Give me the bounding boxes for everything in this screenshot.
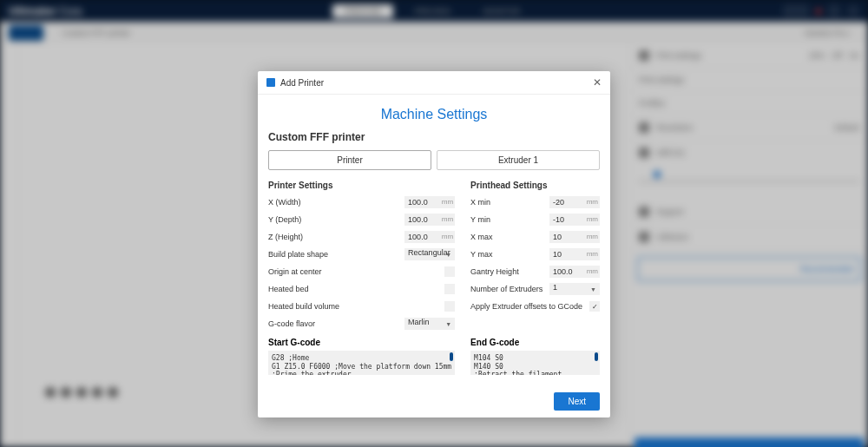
num-extruders-label: Number of Extruders <box>470 285 549 293</box>
build-plate-select[interactable]: Rectangular <box>404 248 455 260</box>
heated-bed-checkbox[interactable] <box>444 284 455 294</box>
unit-mm: mm <box>584 266 600 278</box>
y-max-label: Y max <box>470 250 549 259</box>
scrollbar-thumb[interactable] <box>450 352 453 361</box>
dialog-title: Add Printer <box>280 78 593 88</box>
unit-mm: mm <box>584 248 600 260</box>
x-min-label: X min <box>470 198 549 207</box>
heated-bed-label: Heated bed <box>268 285 444 293</box>
unit-mm: mm <box>584 214 600 226</box>
tab-printer[interactable]: Printer <box>268 150 431 170</box>
cura-icon <box>266 78 275 87</box>
printer-settings-heading: Printer Settings <box>268 181 455 190</box>
y-min-input[interactable] <box>549 214 584 226</box>
heated-volume-checkbox[interactable] <box>444 301 455 312</box>
unit-mm: mm <box>439 196 455 208</box>
tab-extruder-1[interactable]: Extruder 1 <box>437 150 600 170</box>
build-plate-label: Build plate shape <box>268 250 404 259</box>
origin-center-checkbox[interactable] <box>444 266 455 277</box>
z-height-input[interactable] <box>404 231 439 243</box>
num-extruders-select[interactable]: 1 <box>549 283 600 295</box>
gcode-flavor-label: G-code flavor <box>268 319 404 328</box>
printer-name-label: Custom FFF printer <box>268 131 600 143</box>
heated-volume-label: Heated build volume <box>268 302 444 311</box>
y-depth-input[interactable] <box>404 214 439 226</box>
printhead-settings-heading: Printhead Settings <box>470 181 600 190</box>
y-max-input[interactable] <box>549 248 584 260</box>
y-min-label: Y min <box>470 215 549 224</box>
close-icon[interactable]: ✕ <box>593 76 602 89</box>
unit-mm: mm <box>439 231 455 243</box>
gantry-height-label: Gantry Height <box>470 267 549 276</box>
x-width-input[interactable] <box>404 196 439 208</box>
start-gcode-heading: Start G-code <box>268 338 455 347</box>
x-width-label: X (Width) <box>268 198 404 207</box>
add-printer-dialog: Add Printer ✕ Machine Settings Custom FF… <box>258 71 610 417</box>
x-max-input[interactable] <box>549 231 584 243</box>
start-gcode-textarea[interactable]: G28 ;Home G1 Z15.0 F6000 ;Move the platf… <box>268 351 455 375</box>
unit-mm: mm <box>439 214 455 226</box>
gcode-flavor-select[interactable]: Marlin <box>404 318 455 330</box>
unit-mm: mm <box>584 196 600 208</box>
origin-center-label: Origin at center <box>268 267 444 276</box>
apply-offsets-label: Apply Extruder offsets to GCode <box>470 302 589 311</box>
y-depth-label: Y (Depth) <box>268 215 404 224</box>
unit-mm: mm <box>584 231 600 243</box>
end-gcode-textarea[interactable]: M104 S0 M140 S0 ;Retract the filament <box>470 351 600 375</box>
scrollbar-thumb[interactable] <box>595 352 598 361</box>
x-min-input[interactable] <box>549 196 584 208</box>
apply-offsets-checkbox[interactable]: ✓ <box>589 301 600 312</box>
gantry-height-input[interactable] <box>549 266 584 278</box>
next-button[interactable]: Next <box>554 392 600 411</box>
x-max-label: X max <box>470 233 549 241</box>
dialog-heading: Machine Settings <box>258 95 610 131</box>
end-gcode-heading: End G-code <box>470 338 600 347</box>
z-height-label: Z (Height) <box>268 233 404 241</box>
